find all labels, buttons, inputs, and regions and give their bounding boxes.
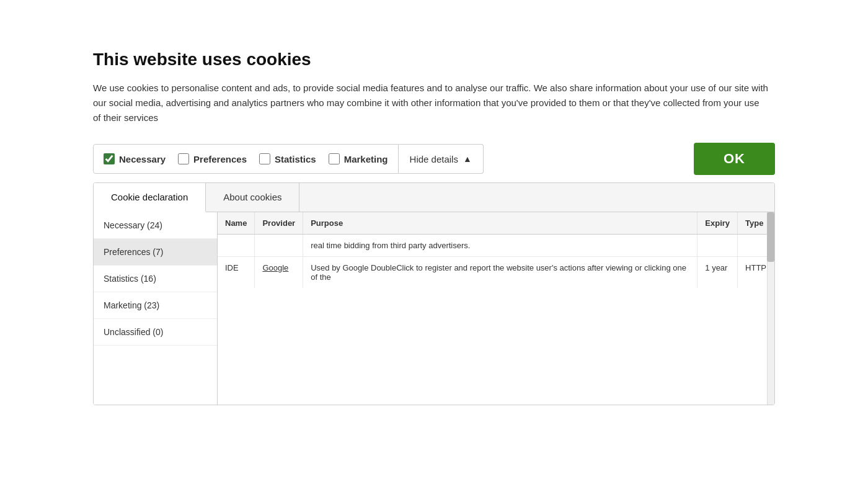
necessary-checkbox-item[interactable]: Necessary	[104, 153, 166, 164]
cell-provider: Google	[255, 256, 303, 288]
cell-purpose: Used by Google DoubleClick to register a…	[303, 256, 698, 288]
preferences-checkbox-item[interactable]: Preferences	[178, 153, 247, 164]
cell-name	[218, 234, 255, 256]
cell-provider	[255, 234, 303, 256]
table-row: real time bidding from third party adver…	[218, 234, 774, 256]
cookie-table: Name Provider Purpose Expiry Type r	[218, 212, 774, 288]
controls-row: Necessary Preferences Statistics Marketi…	[93, 143, 775, 175]
sidebar-item-statistics[interactable]: Statistics (16)	[94, 266, 217, 292]
chevron-up-icon: ▲	[463, 154, 472, 164]
statistics-checkbox-item[interactable]: Statistics	[259, 153, 316, 164]
description-text: We use cookies to personalise content an…	[93, 81, 769, 125]
statistics-label: Statistics	[275, 154, 316, 164]
hide-details-button[interactable]: Hide details ▲	[399, 144, 484, 174]
page-title: This website uses cookies	[93, 50, 775, 70]
scrollbar-track[interactable]	[767, 212, 774, 405]
sidebar-item-unclassified[interactable]: Unclassified (0)	[94, 319, 217, 346]
statistics-checkbox[interactable]	[259, 153, 270, 164]
cell-name: IDE	[218, 256, 255, 288]
sidebar: Necessary (24) Preferences (7) Statistic…	[94, 212, 218, 405]
ok-button[interactable]: OK	[694, 143, 775, 175]
table-row: IDE Google Used by Google DoubleClick to…	[218, 256, 774, 288]
preferences-checkbox[interactable]	[178, 153, 189, 164]
content-area: Necessary (24) Preferences (7) Statistic…	[94, 212, 774, 405]
marketing-checkbox-item[interactable]: Marketing	[329, 153, 388, 164]
col-header-expiry: Expiry	[698, 212, 738, 235]
table-area: Name Provider Purpose Expiry Type r	[218, 212, 774, 405]
sidebar-item-preferences[interactable]: Preferences (7)	[94, 239, 217, 266]
marketing-checkbox[interactable]	[329, 153, 340, 164]
tab-cookie-declaration[interactable]: Cookie declaration	[94, 183, 206, 212]
col-header-provider: Provider	[255, 212, 303, 235]
cell-expiry	[698, 234, 738, 256]
sidebar-item-necessary[interactable]: Necessary (24)	[94, 212, 217, 239]
cell-purpose: real time bidding from third party adver…	[303, 234, 698, 256]
checkboxes-bar: Necessary Preferences Statistics Marketi…	[93, 144, 399, 174]
col-header-name: Name	[218, 212, 255, 235]
tabs-row: Cookie declaration About cookies	[94, 183, 774, 212]
tabs-and-content: Cookie declaration About cookies Necessa…	[93, 182, 775, 405]
scrollbar-thumb[interactable]	[767, 212, 774, 262]
tab-about-cookies[interactable]: About cookies	[206, 183, 299, 212]
necessary-label: Necessary	[119, 154, 166, 164]
col-header-purpose: Purpose	[303, 212, 698, 235]
page-wrapper: This website uses cookies We use cookies…	[0, 0, 868, 442]
preferences-label: Preferences	[193, 154, 247, 164]
marketing-label: Marketing	[344, 154, 388, 164]
sidebar-item-marketing[interactable]: Marketing (23)	[94, 292, 217, 319]
cell-expiry: 1 year	[698, 256, 738, 288]
provider-link[interactable]: Google	[262, 263, 288, 272]
necessary-checkbox[interactable]	[104, 153, 115, 164]
hide-details-label: Hide details	[410, 154, 458, 164]
